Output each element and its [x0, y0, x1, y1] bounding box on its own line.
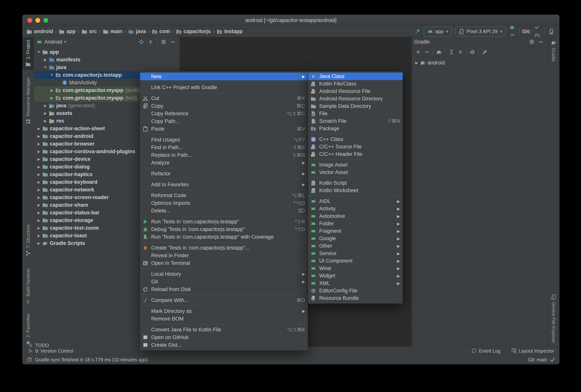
menu-item-c-c-header-file[interactable]: HC/C++ Header File	[308, 150, 403, 158]
tree-collapsed-arrow-icon[interactable]: ▶	[36, 234, 42, 238]
menu-item-reload-from-disk[interactable]: Reload from Disk	[140, 286, 308, 293]
offline-mode-button[interactable]	[468, 48, 477, 56]
tree-collapsed-arrow-icon[interactable]: ▶	[413, 61, 420, 65]
menu-item-resource-bundle[interactable]: Resource Bundle	[308, 295, 403, 302]
minimize-window-button[interactable]	[36, 18, 40, 23]
toolwindow-button-9-version-control[interactable]: 9: Version Control	[28, 348, 73, 354]
menu-item-create-gist[interactable]: Create Gist...	[140, 341, 308, 349]
tree-collapsed-arrow-icon[interactable]: ▶	[36, 188, 42, 192]
menu-item-editorconfig-file[interactable]: EditorConfig File	[308, 287, 403, 295]
tree-collapsed-arrow-icon[interactable]: ▶	[36, 180, 42, 184]
menu-item-kotlin-file-class[interactable]: Kotlin File/Class	[308, 80, 403, 88]
menu-item-analyze[interactable]: Analyze▶	[140, 159, 308, 167]
menu-item-delete[interactable]: Delete...⌦	[140, 207, 308, 215]
tree-collapsed-arrow-icon[interactable]: ▶	[36, 203, 42, 207]
menu-item-other[interactable]: Other▶	[308, 242, 403, 250]
tree-item-manifests[interactable]: ▶manifests	[34, 56, 180, 63]
menu-item-convert-java-file-to-kotlin-file[interactable]: Convert Java File to Kotlin File⌥⇧⌘K	[140, 326, 308, 334]
menu-item-widget[interactable]: Widget▶	[308, 272, 403, 280]
collapse-all-button[interactable]	[146, 37, 155, 46]
zoom-window-button[interactable]	[44, 18, 48, 23]
tree-collapsed-arrow-icon[interactable]: ▶	[42, 111, 48, 115]
refresh-add-button[interactable]	[414, 48, 422, 56]
menu-item-mark-directory-as[interactable]: Mark Directory as▶	[140, 307, 308, 315]
menu-item-scratch-file[interactable]: Scratch File⇧⌘N	[308, 117, 403, 125]
menu-item-service[interactable]: Service▶	[308, 250, 403, 257]
menu-item-run-tests-in-com-capacitorjs-testapp-with-coverage[interactable]: Run 'Tests in 'com.capacitorjs.testapp''…	[140, 233, 308, 241]
menu-item-reveal-in-finder[interactable]: Reveal in Finder	[140, 252, 308, 259]
menu-item-add-to-favorites[interactable]: Add to Favorites▶	[140, 181, 308, 188]
stripe-tab-resource-manager[interactable]: Resource Manager	[22, 74, 34, 127]
menu-item-automotive[interactable]: Automotive▶	[308, 212, 403, 220]
device-manager-button[interactable]	[547, 27, 556, 36]
tree-collapsed-arrow-icon[interactable]: ▶	[36, 172, 42, 177]
menu-item-paste[interactable]: Paste⌘V	[140, 125, 308, 133]
menu-item-aidl[interactable]: AIDL▶	[308, 198, 403, 205]
menu-item-fragment[interactable]: Fragment▶	[308, 227, 403, 235]
breadcrumb-item-java[interactable]: java	[128, 28, 146, 35]
menu-item-kotlin-worksheet[interactable]: Kotlin Worksheet	[308, 187, 403, 194]
tree-collapsed-arrow-icon[interactable]: ▶	[36, 126, 42, 131]
menu-item-replace-in-path[interactable]: Replace in Path...⇧⌘R	[140, 151, 308, 159]
menu-item-copy-path[interactable]: Copy Path...	[140, 117, 308, 125]
settings-button[interactable]	[528, 37, 536, 46]
tree-item-java[interactable]: ▼java	[34, 63, 180, 71]
stripe-tab-1-project[interactable]: 1: Project	[22, 37, 34, 70]
menu-item-create-tests-in-com-capacitorjs-testapp[interactable]: Create 'Tests in 'com.capacitorjs.testap…	[140, 244, 308, 252]
stripe-tab-build-variants[interactable]: Build Variants	[22, 266, 34, 307]
breadcrumb-item-app[interactable]: app	[58, 28, 76, 35]
menu-item-refactor[interactable]: Refactor▶	[140, 170, 308, 177]
menu-item-remove-bom[interactable]: Remove BOM	[140, 315, 308, 323]
stripe-tab-device-file-explorer[interactable]: Device File Explorer	[548, 291, 560, 349]
menu-item-git[interactable]: Git▶	[140, 278, 308, 286]
collapse-all-button[interactable]	[456, 48, 465, 56]
tree-expanded-arrow-icon[interactable]: ▼	[42, 65, 48, 69]
menu-item-open-on-github[interactable]: Open on GitHub	[140, 334, 308, 341]
tree-collapsed-arrow-icon[interactable]: ▶	[36, 165, 42, 169]
tree-collapsed-arrow-icon[interactable]: ▶	[42, 119, 48, 123]
project-view-select[interactable]: Android ▾	[36, 39, 66, 45]
tree-collapsed-arrow-icon[interactable]: ▶	[42, 103, 48, 108]
tree-collapsed-arrow-icon[interactable]: ▶	[36, 157, 42, 161]
menu-item-optimize-imports[interactable]: Optimize Imports^⌥O	[140, 199, 308, 207]
menu-item-vector-asset[interactable]: Vector Asset	[308, 169, 403, 176]
tree-item-app[interactable]: ▼app	[34, 48, 180, 56]
tree-collapsed-arrow-icon[interactable]: ▶	[48, 88, 55, 92]
tree-collapsed-arrow-icon[interactable]: ▶	[36, 226, 42, 230]
menu-item-google[interactable]: Google▶	[308, 235, 403, 242]
tree-item-android[interactable]: ▶android	[412, 59, 548, 66]
run-configuration-select[interactable]: app ▾	[424, 26, 452, 37]
menu-item-link-c-project-with-gradle[interactable]: Link C++ Project with Gradle	[140, 83, 308, 91]
menu-item-find-in-path[interactable]: Find in Path...⇧⌘F	[140, 144, 308, 151]
menu-item-android-resource-directory[interactable]: Android Resource Directory	[308, 95, 403, 102]
gradle-settings-button[interactable]	[480, 48, 489, 56]
tree-collapsed-arrow-icon[interactable]: ▶	[36, 241, 42, 246]
tree-collapsed-arrow-icon[interactable]: ▶	[36, 142, 42, 146]
breadcrumb-item-testapp[interactable]: testapp	[216, 28, 243, 35]
menu-item-copy[interactable]: Copy⌘C	[140, 102, 308, 110]
tool-window-toggle-icon[interactable]	[26, 357, 32, 362]
menu-item-compare-with[interactable]: Compare With...⌘D	[140, 296, 308, 304]
stripe-tab-7-structure[interactable]: 7: Structure	[22, 222, 34, 259]
tree-collapsed-arrow-icon[interactable]: ▶	[36, 211, 42, 215]
menu-item-kotlin-script[interactable]: Kotlin Script	[308, 179, 403, 187]
tree-collapsed-arrow-icon[interactable]: ▶	[48, 96, 55, 100]
close-window-button[interactable]	[27, 18, 32, 23]
tree-collapsed-arrow-icon[interactable]: ▶	[36, 134, 42, 138]
menu-item-debug-tests-in-com-capacitorjs-testapp[interactable]: Debug 'Tests in 'com.capacitorjs.testapp…	[140, 225, 308, 233]
menu-item-wear[interactable]: Wear▶	[308, 265, 403, 272]
menu-item-reformat-code[interactable]: Reformat Code⌥⌘L	[140, 192, 308, 199]
device-select[interactable]: Pixel 3 API 29 ▾	[455, 26, 506, 37]
menu-item-android-resource-file[interactable]: <>Android Resource File	[308, 88, 403, 95]
menu-item-sample-data-directory[interactable]: Sample Data Directory	[308, 102, 403, 110]
detach-button[interactable]	[422, 48, 431, 56]
menu-item-c-class[interactable]: SC++ Class	[308, 136, 403, 143]
menu-item-image-asset[interactable]: Image Asset	[308, 161, 403, 169]
breadcrumb-item-src[interactable]: src	[81, 28, 98, 35]
hide-panel-button[interactable]	[536, 37, 546, 46]
menu-item-c-c-source-file[interactable]: C++C/C++ Source File	[308, 143, 403, 150]
locate-button[interactable]	[137, 37, 146, 46]
menu-item-copy-reference[interactable]: Copy Reference⌥⇧⌘C	[140, 110, 308, 117]
menu-item-xml[interactable]: XML▶	[308, 280, 403, 287]
menu-item-local-history[interactable]: Local History▶	[140, 270, 308, 278]
